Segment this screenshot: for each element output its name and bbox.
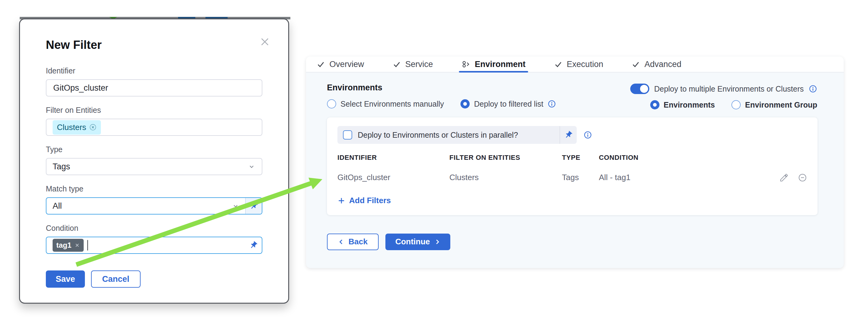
radio-button[interactable] [732, 100, 741, 109]
edit-icon[interactable] [779, 173, 788, 182]
condition-label: Condition [46, 224, 262, 233]
remove-chip-icon[interactable] [74, 242, 80, 248]
back-button[interactable]: Back [327, 234, 379, 250]
save-button[interactable]: Save [46, 270, 85, 288]
info-icon[interactable] [548, 100, 556, 108]
entities-chip: Clusters [53, 120, 101, 135]
identifier-input[interactable] [46, 79, 262, 97]
match-type-value: All [53, 201, 62, 211]
chevron-left-icon [338, 238, 345, 245]
add-filters-button[interactable]: Add Filters [337, 196, 391, 205]
type-label: Type [46, 145, 262, 154]
check-icon [631, 60, 640, 69]
cell-condition: All - tag1 [599, 173, 770, 182]
remove-icon[interactable] [798, 173, 807, 182]
radio-environment-group[interactable]: Environment Group [732, 100, 817, 109]
condition-input[interactable]: tag1 [46, 237, 262, 254]
info-icon[interactable] [809, 85, 817, 93]
tab-advanced[interactable]: Advanced [631, 57, 681, 72]
filters-card: Deploy to Environments or Clusters in pa… [327, 118, 817, 215]
radio-button[interactable] [650, 100, 659, 109]
multi-env-toggle[interactable] [630, 84, 649, 94]
environments-left-block: Environments Select Environments manuall… [327, 83, 556, 108]
pin-icon[interactable] [245, 237, 262, 253]
tab-environment[interactable]: Environment [461, 57, 526, 72]
cell-type: Tags [562, 173, 599, 182]
modal-title: New Filter [46, 38, 262, 52]
text-cursor [87, 240, 88, 251]
info-icon[interactable] [584, 131, 592, 139]
match-type-select[interactable]: All [46, 197, 262, 215]
radio-environments[interactable]: Environments [650, 100, 715, 109]
pin-icon[interactable] [245, 198, 262, 214]
cell-entities: Clusters [450, 173, 562, 182]
environment-stage-panel: Overview Service Environment Execution [306, 57, 844, 268]
tab-overview[interactable]: Overview [316, 57, 364, 72]
row-actions [770, 173, 807, 182]
entities-input[interactable]: Clusters [46, 119, 262, 136]
check-icon [393, 60, 401, 69]
type-value: Tags [53, 162, 70, 171]
pipeline-tab-bar: Overview Service Environment Execution [306, 57, 844, 72]
check-icon [554, 60, 563, 69]
col-entities: FILTER ON ENTITIES [450, 154, 562, 173]
close-icon[interactable] [259, 36, 271, 48]
plus-icon [337, 197, 345, 205]
condition-chip: tag1 [53, 239, 84, 252]
tab-execution[interactable]: Execution [554, 57, 603, 72]
filters-table: IDENTIFIER FILTER ON ENTITIES TYPE CONDI… [337, 154, 807, 182]
chevron-right-icon [434, 238, 440, 245]
pin-icon[interactable] [560, 126, 577, 144]
identifier-label: Identifier [46, 66, 262, 75]
check-icon [316, 60, 325, 69]
col-type: TYPE [562, 154, 599, 173]
chevron-down-icon [231, 202, 240, 210]
radio-deploy-filtered[interactable]: Deploy to filtered list [461, 99, 556, 108]
page: New Filter Identifier Filter on Entities… [0, 0, 868, 327]
parallel-checkbox[interactable] [343, 130, 352, 139]
match-type-label: Match type [46, 185, 262, 193]
new-filter-modal: New Filter Identifier Filter on Entities… [19, 19, 289, 304]
environment-icon [461, 60, 471, 69]
col-condition: CONDITION [599, 154, 770, 173]
parallel-checkbox-bar[interactable]: Deploy to Environments or Clusters in pa… [337, 126, 577, 144]
radio-button[interactable] [327, 99, 336, 108]
cell-identifier: GitOps_cluster [337, 173, 450, 182]
remove-chip-icon[interactable] [89, 124, 97, 131]
multi-env-controls: Deploy to multiple Environments or Clust… [630, 83, 817, 109]
radio-button[interactable] [461, 99, 470, 108]
radio-select-manually[interactable]: Select Environments manually [327, 99, 444, 108]
col-identifier: IDENTIFIER [337, 154, 450, 173]
tab-service[interactable]: Service [393, 57, 433, 72]
entities-label: Filter on Entities [46, 106, 262, 115]
cancel-button[interactable]: Cancel [91, 270, 141, 288]
chevron-down-icon [248, 163, 256, 170]
continue-button[interactable]: Continue [385, 234, 450, 250]
type-select[interactable]: Tags [46, 158, 262, 175]
environments-heading: Environments [327, 83, 556, 93]
